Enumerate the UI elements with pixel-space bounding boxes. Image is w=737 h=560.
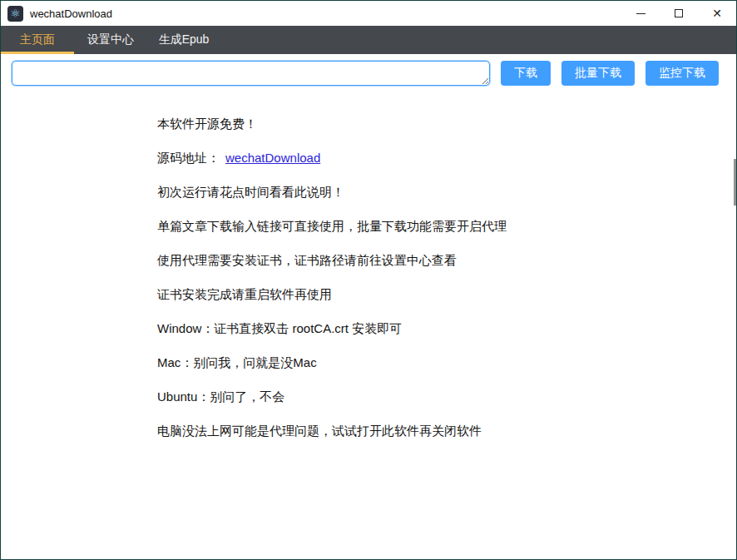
article-url-input[interactable]	[12, 61, 490, 86]
source-repo-link[interactable]: wechatDownload	[225, 151, 320, 165]
tab-settings-center[interactable]: 设置中心	[74, 26, 147, 54]
download-toolbar: 下载 批量下载 监控下载	[1, 54, 736, 89]
app-icon: ⚛	[7, 6, 23, 22]
note-line: Window：证书直接双击 rootCA.crt 安装即可	[157, 320, 720, 337]
note-intro: 本软件开源免费！	[157, 116, 720, 132]
window-title: wechatDownload	[30, 7, 112, 20]
minimize-icon	[636, 13, 645, 14]
source-label: 源码地址：	[157, 151, 220, 165]
note-line: 单篇文章下载输入链接可直接使用，批量下载功能需要开启代理	[157, 218, 720, 235]
scrollbar-thumb[interactable]	[734, 159, 736, 206]
note-line: 证书安装完成请重启软件再使用	[157, 286, 720, 303]
maximize-icon	[675, 9, 683, 17]
readme-content: 本软件开源免费！ 源码地址：wechatDownload 初次运行请花点时间看看…	[1, 89, 736, 439]
note-line: Ubuntu：别问了，不会	[157, 389, 720, 405]
close-icon: ✕	[712, 7, 722, 20]
note-line: 电脑没法上网可能是代理问题，试试打开此软件再关闭软件	[157, 423, 720, 439]
close-button[interactable]: ✕	[698, 1, 736, 26]
tab-main-page[interactable]: 主页面	[1, 26, 74, 54]
batch-download-button[interactable]: 批量下载	[561, 61, 635, 86]
note-source: 源码地址：wechatDownload	[157, 150, 720, 166]
download-button[interactable]: 下载	[501, 61, 551, 86]
minimize-button[interactable]	[621, 1, 660, 26]
app-window: ⚛ wechatDownload ✕ 主页面 设置中心 生成Epub 下载 批量…	[0, 0, 737, 560]
note-line: 初次运行请花点时间看看此说明！	[157, 184, 720, 201]
note-line: Mac：别问我，问就是没Mac	[157, 354, 720, 371]
tab-generate-epub[interactable]: 生成Epub	[147, 26, 220, 54]
note-line: 使用代理需要安装证书，证书路径请前往设置中心查看	[157, 252, 720, 269]
title-bar: ⚛ wechatDownload ✕	[1, 1, 736, 26]
maximize-button[interactable]	[660, 1, 698, 26]
tab-bar: 主页面 设置中心 生成Epub	[1, 26, 736, 54]
monitor-download-button[interactable]: 监控下载	[645, 61, 719, 86]
